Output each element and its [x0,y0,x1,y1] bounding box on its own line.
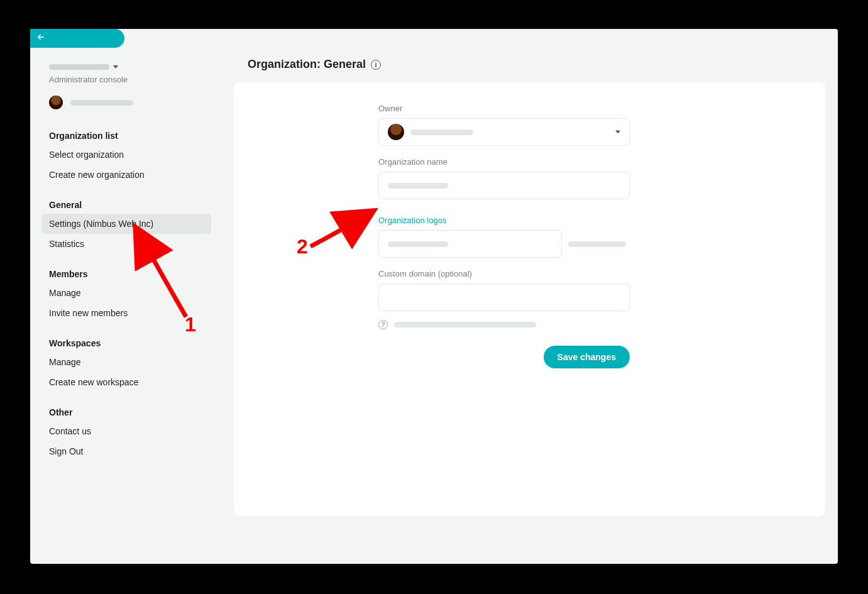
placeholder-bar [568,241,626,247]
sidebar-item-create-new-workspace[interactable]: Create new workspace [49,372,207,392]
placeholder-bar [410,129,473,135]
sidebar: Administrator console Organization list … [30,59,219,461]
sidebar-item-sign-out[interactable]: Sign Out [49,441,207,461]
owner-label: Owner [378,104,649,113]
sidebar-section-title: Members [49,263,207,283]
placeholder-bar [388,183,448,189]
org-name-label: Organization name [378,157,649,167]
custom-domain-input[interactable] [378,283,630,311]
org-name-input[interactable] [378,172,630,199]
sidebar-item-contact-us[interactable]: Contact us [49,421,207,441]
page-title-row: Organization: General i [234,53,825,82]
sidebar-item-invite-new-members[interactable]: Invite new members [49,303,207,323]
arrow-left-icon [36,33,45,44]
back-tab[interactable] [30,29,124,48]
save-button[interactable]: Save changes [544,346,630,368]
helper-row: ? [378,320,649,329]
form-column: Owner Organization name Organization log… [378,104,649,368]
app-frame: Administrator console Organization list … [30,29,838,564]
owner-select[interactable] [378,118,630,146]
subdomain-row [378,230,649,258]
custom-domain-label: Custom domain (optional) [378,269,649,278]
sidebar-item-manage-workspaces[interactable]: Manage [49,352,207,372]
sidebar-item-statistics[interactable]: Statistics [49,234,207,254]
settings-panel: Owner Organization name Organization log… [234,82,825,516]
save-row: Save changes [378,346,630,368]
sidebar-item-select-organization[interactable]: Select organization [49,145,207,165]
sidebar-section-title: Workspaces [49,332,207,352]
sidebar-section-title: Other [49,401,207,421]
org-logos-link[interactable]: Organization logos [378,216,649,225]
avatar [49,96,63,109]
org-selector-dropdown[interactable] [49,64,207,70]
placeholder-bar [70,100,133,106]
admin-console-label: Administrator console [49,75,207,84]
subdomain-input[interactable] [378,230,562,258]
sidebar-item-create-new-organization[interactable]: Create new organization [49,165,207,185]
sidebar-item-manage-members[interactable]: Manage [49,283,207,303]
placeholder-bar [388,241,448,247]
current-user-row[interactable] [49,96,207,109]
content-area: Organization: General i Owner Organizati… [234,53,825,551]
sidebar-item-settings[interactable]: Settings (Nimbus Web Inc) [41,214,211,234]
avatar [388,124,404,140]
sidebar-section-title: General [49,194,207,214]
chevron-down-icon [615,131,620,134]
placeholder-bar [49,64,109,70]
placeholder-bar [394,322,536,327]
help-icon[interactable]: ? [378,320,388,329]
chevron-down-icon [113,65,118,69]
sidebar-section-title: Organization list [49,124,207,145]
page-title: Organization: General [248,58,366,71]
info-icon[interactable]: i [371,60,381,70]
